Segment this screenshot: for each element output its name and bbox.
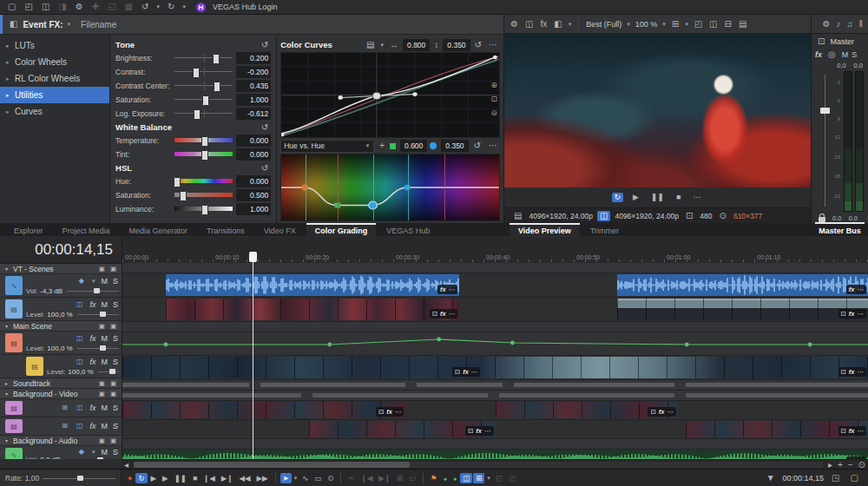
- undo-dropdown-icon[interactable]: ▾: [155, 3, 161, 10]
- hsl-saturation-slider[interactable]: [174, 190, 233, 200]
- tab-explorer[interactable]: Explorer: [5, 223, 52, 236]
- slider-value[interactable]: 1.000: [236, 203, 271, 215]
- collapse-icon[interactable]: ▾: [3, 266, 13, 272]
- slider-value[interactable]: 1.000: [236, 94, 271, 106]
- snapping-button[interactable]: ◫: [460, 473, 472, 484]
- master-bus-tab[interactable]: Master Bus: [812, 223, 868, 236]
- hue-curve-more-icon[interactable]: ⋯: [486, 141, 500, 151]
- track-row-main-video-1[interactable]: [122, 332, 868, 356]
- mixer-settings-icon[interactable]: ⚙: [819, 19, 832, 30]
- volume-value[interactable]: 0,0 dB: [40, 456, 60, 459]
- level-slider[interactable]: [77, 345, 119, 351]
- track-row-bg-video-1[interactable]: ⊡fx⋯ ⊡fx⋯: [122, 401, 868, 420]
- group-fx-icon[interactable]: ▣: [96, 265, 108, 273]
- green-point-value[interactable]: 0.600: [400, 140, 427, 152]
- group-bypass-icon[interactable]: ▣: [108, 437, 119, 445]
- track-color-tab[interactable]: ∿: [5, 276, 23, 295]
- project-properties-icon[interactable]: ⚙: [73, 2, 86, 12]
- folder-tracks-button[interactable]: ◰: [506, 473, 518, 484]
- saturation-slider[interactable]: [174, 95, 233, 105]
- go-to-start-button[interactable]: ◀◀: [236, 473, 253, 484]
- event-fx-badge[interactable]: fx: [849, 310, 855, 318]
- event-fx-badge[interactable]: fx: [463, 368, 469, 376]
- fx-item-utilities[interactable]: ▸Utilities: [0, 87, 109, 103]
- video-event-clip[interactable]: ⊡fx⋯: [309, 421, 496, 437]
- hsl-reset-icon[interactable]: ↺: [259, 163, 271, 174]
- zoom-tool-button[interactable]: ⊙: [325, 473, 336, 484]
- solo-button[interactable]: S: [112, 404, 119, 412]
- track-group-main-scene[interactable]: ▾ Main Scene ▣ ▣: [0, 321, 122, 332]
- curve-width-value[interactable]: 0.800: [403, 39, 430, 51]
- stop-button[interactable]: ■: [674, 193, 683, 202]
- solo-button[interactable]: S: [112, 448, 119, 456]
- tab-trimmer[interactable]: Trimmer: [582, 223, 628, 236]
- event-fx-badge[interactable]: fx: [849, 368, 855, 376]
- group-fx-icon[interactable]: ▣: [96, 322, 108, 331]
- event-more-icon[interactable]: ⋯: [484, 427, 491, 435]
- track-color-tab[interactable]: ▤: [5, 333, 23, 352]
- event-more-icon[interactable]: ⋯: [449, 310, 456, 318]
- event-crop-icon[interactable]: ⊡: [841, 368, 846, 376]
- slider-value[interactable]: -0.200: [236, 66, 271, 78]
- scrollbar-track[interactable]: [134, 462, 823, 468]
- playhead-line[interactable]: [253, 253, 253, 459]
- transport-more-icon[interactable]: ⋯: [691, 193, 704, 202]
- hue-vs-hue-editor[interactable]: [280, 154, 500, 221]
- track-color-tab[interactable]: ∿: [5, 448, 23, 459]
- fader-thumb[interactable]: [820, 108, 830, 114]
- chevron-down-icon[interactable]: ▾: [90, 449, 97, 456]
- group-fx-icon[interactable]: ▣: [96, 379, 108, 388]
- compositing-icon[interactable]: ◫: [74, 300, 86, 309]
- timeline-content[interactable]: 00:00:00 00:00:10 00:00:20 00:00:30 00:0…: [122, 237, 868, 459]
- tab-transitions[interactable]: Transitions: [198, 223, 253, 236]
- lock-icon[interactable]: [819, 217, 825, 222]
- collapse-icon[interactable]: ▾: [3, 437, 13, 443]
- compositing-icon[interactable]: ◫: [74, 422, 86, 430]
- mute-button[interactable]: M: [100, 358, 108, 366]
- slider-value[interactable]: 0.000: [236, 175, 271, 187]
- audio-device-icon[interactable]: ◆: [76, 448, 87, 456]
- contrast-slider[interactable]: [174, 67, 233, 77]
- track-header-bg-video-2[interactable]: ▤ ⊞ ◫ fx M S: [0, 417, 122, 436]
- track-group-background-audio[interactable]: ▾ Background - Audio ▣ ▣: [0, 436, 122, 446]
- pause-button[interactable]: ❚❚: [172, 473, 189, 484]
- curves-reset-icon[interactable]: ↺: [472, 40, 484, 50]
- mute-button[interactable]: M: [100, 448, 108, 456]
- group-bypass-icon[interactable]: ▣: [108, 390, 119, 398]
- dim-output-icon[interactable]: ♫: [844, 19, 856, 30]
- level-slider[interactable]: [98, 368, 119, 375]
- track-group-vt-scenes[interactable]: ▾ VT - Scenes ▣ ▣: [0, 264, 122, 274]
- video-event-clip[interactable]: ⊡fx⋯: [686, 421, 868, 437]
- copy-frame-icon[interactable]: ◰: [692, 19, 705, 30]
- event-crop-icon[interactable]: ⊡: [841, 310, 846, 318]
- stop-button[interactable]: ■: [190, 473, 200, 484]
- fx-item-color-wheels[interactable]: ▸Color Wheels: [0, 54, 109, 70]
- motion-icon[interactable]: ⊞: [59, 404, 70, 412]
- event-fx-badge[interactable]: fx: [849, 457, 855, 459]
- split-screen-icon[interactable]: ◧: [551, 19, 564, 30]
- track-row-main-video-2[interactable]: ⊡fx⋯ ⊡fx⋯: [122, 356, 868, 380]
- record-button[interactable]: ●: [125, 473, 135, 484]
- level-envelope[interactable]: [122, 332, 868, 355]
- track-color-tab[interactable]: ▤: [5, 401, 23, 415]
- automation-icon[interactable]: ◎: [825, 49, 838, 60]
- envelope-tool-button[interactable]: ∿: [299, 473, 311, 484]
- trim-end-button[interactable]: ▶❙: [376, 473, 393, 484]
- track-fx-button[interactable]: fx: [89, 300, 96, 309]
- split-event-button[interactable]: ✂: [345, 473, 357, 484]
- group-row-background-video[interactable]: [122, 391, 868, 401]
- compositing-icon[interactable]: ◫: [74, 358, 86, 366]
- group-fx-icon[interactable]: ▣: [96, 390, 108, 398]
- video-event-clip[interactable]: ⊡fx⋯: [166, 299, 459, 320]
- compositing-icon[interactable]: ◫: [74, 334, 86, 343]
- loop-playback-button[interactable]: ↻: [612, 193, 624, 202]
- edit-tool-button[interactable]: ➤: [280, 473, 292, 484]
- video-event-clip[interactable]: ⊡fx⋯ ⊡fx⋯: [122, 357, 868, 378]
- level-slider[interactable]: [77, 311, 119, 318]
- quantize-frames-button[interactable]: ⊞: [473, 473, 484, 484]
- cut-icon[interactable]: ✚: [89, 2, 102, 12]
- event-more-icon[interactable]: ⋯: [858, 368, 865, 376]
- curve-height-value[interactable]: 0.350: [443, 39, 470, 51]
- selection-tool-button[interactable]: ▭: [312, 473, 324, 484]
- pause-button[interactable]: ❚❚: [648, 193, 667, 202]
